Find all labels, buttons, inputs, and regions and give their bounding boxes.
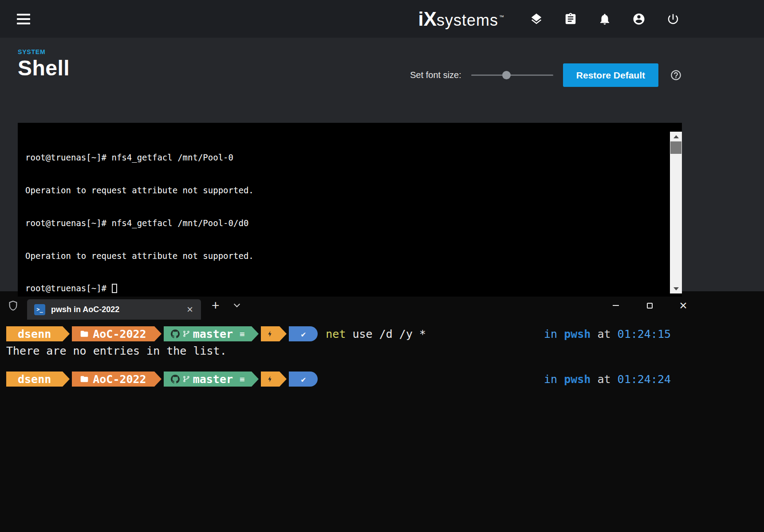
page-header: SYSTEM Shell Set font size: Restore Defa… <box>0 38 764 87</box>
topbar-icons <box>530 12 680 26</box>
meta-at: at <box>597 373 610 386</box>
jobs-clipboard-icon[interactable] <box>564 12 577 26</box>
help-icon[interactable] <box>670 69 682 81</box>
terminal-output: root@truenas[~]# nfs4_getfacl /mnt/Pool-… <box>18 123 682 316</box>
terminal-line: Operation to request attribute not suppo… <box>25 185 664 196</box>
meta-shell: pwsh <box>564 328 591 340</box>
check-icon: ✔ <box>301 375 306 384</box>
scrollbar-up-arrow[interactable] <box>670 132 682 141</box>
check-icon: ✔ <box>301 329 306 339</box>
layers-icon[interactable] <box>530 12 543 26</box>
prompt-git-segment: master ≡ <box>164 372 252 387</box>
powerline-arrow <box>154 326 161 341</box>
prompt-status-segment: ✔ <box>289 372 318 387</box>
prompt-user: dsenn <box>18 328 51 340</box>
truenas-app: iX systems ™ <box>0 0 764 291</box>
prompt-user: dsenn <box>18 373 51 386</box>
folder-icon <box>80 329 89 338</box>
terminal-prompt-line: root@truenas[~]# <box>25 283 664 294</box>
prompt-dir-segment: AoC-2022 <box>72 326 154 341</box>
page-title: Shell <box>18 56 70 80</box>
prompt-row: dsenn AoC-2022 master ≡ ✔ i <box>6 371 671 387</box>
slider-track <box>471 74 553 76</box>
powerline-arrow <box>252 372 259 387</box>
terminal-cursor <box>112 284 117 293</box>
terminal-prompt: root@truenas[~]# <box>25 283 111 293</box>
powerline-arrow <box>154 372 161 387</box>
scrollbar-down-arrow[interactable] <box>670 284 682 293</box>
powerline-arrow <box>63 372 70 387</box>
page-header-left: SYSTEM Shell <box>18 48 70 80</box>
git-branch-icon <box>183 376 190 383</box>
scrollbar-thumb[interactable] <box>670 141 681 154</box>
shell-terminal[interactable]: root@truenas[~]# nfs4_getfacl /mnt/Pool-… <box>18 123 682 297</box>
meta-time: 01:24:24 <box>618 373 671 386</box>
lightning-bolt-icon <box>267 329 274 339</box>
brand-prefix: iX <box>418 8 437 30</box>
git-branch-icon <box>183 330 190 337</box>
prompt-dir: AoC-2022 <box>93 373 146 386</box>
meta-in: in <box>544 328 557 340</box>
menu-button[interactable] <box>17 14 30 24</box>
shield-icon <box>7 300 19 312</box>
truenas-topbar: iX systems ™ <box>0 0 764 38</box>
lightning-bolt-icon <box>267 374 274 384</box>
meta-shell: pwsh <box>564 373 591 386</box>
powerline-arrow <box>63 326 70 341</box>
prompt-meta: in pwsh at 01:24:15 <box>544 328 671 340</box>
prompt-dir: AoC-2022 <box>93 328 146 340</box>
terminal-line: root@truenas[~]# nfs4_getfacl /mnt/Pool-… <box>25 218 664 229</box>
windows-terminal-window: >_ pwsh in AoC-2022 × + × dsenn AoC-2022 <box>0 291 764 532</box>
powerline-arrow <box>252 326 259 341</box>
command-output: There are no entries in the list. <box>6 344 671 359</box>
power-icon[interactable] <box>666 12 680 26</box>
account-icon[interactable] <box>632 12 646 26</box>
terminal-scrollbar[interactable] <box>670 132 682 293</box>
branch-status: ≡ <box>240 374 244 384</box>
prompt-user-segment: dsenn <box>6 326 63 341</box>
slider-thumb[interactable] <box>502 71 511 79</box>
meta-time: 01:24:15 <box>618 328 671 340</box>
restore-default-button[interactable]: Restore Default <box>563 63 658 87</box>
terminal-line: Operation to request attribute not suppo… <box>25 250 664 262</box>
ixsystems-logo: iX systems ™ <box>418 8 504 30</box>
github-octocat-icon <box>171 375 180 383</box>
folder-icon <box>80 375 89 383</box>
prompt-git-segment: master ≡ <box>164 326 252 341</box>
brand-trademark: ™ <box>499 14 504 20</box>
wt-terminal-content[interactable]: dsenn AoC-2022 master ≡ ✔ n <box>0 320 764 532</box>
screen: iX systems ™ <box>0 0 764 532</box>
powerline-arrow <box>280 372 287 387</box>
command-text: net use /d /y * <box>326 328 426 340</box>
prompt-branch: master <box>193 373 233 386</box>
page-header-controls: Set font size: Restore Default <box>410 63 682 87</box>
meta-at: at <box>597 328 610 340</box>
branch-status: ≡ <box>240 329 244 339</box>
command-keyword: net <box>326 328 346 340</box>
prompt-bolt-segment <box>261 372 280 387</box>
notifications-bell-icon[interactable] <box>598 12 611 26</box>
github-octocat-icon <box>171 329 180 338</box>
terminal-line: root@truenas[~]# nfs4_getfacl /mnt/Pool-… <box>25 152 664 163</box>
brand-name: systems <box>437 11 498 30</box>
font-size-slider[interactable] <box>471 70 553 80</box>
prompt-meta: in pwsh at 01:24:24 <box>544 373 671 386</box>
meta-in: in <box>544 373 557 386</box>
prompt-branch: master <box>193 328 233 340</box>
prompt-bolt-segment <box>261 326 280 341</box>
powerline-arrow <box>280 326 287 341</box>
font-size-label: Set font size: <box>410 70 461 80</box>
scrollbar-track[interactable] <box>670 154 682 284</box>
prompt-dir-segment: AoC-2022 <box>72 372 154 387</box>
prompt-row: dsenn AoC-2022 master ≡ ✔ n <box>6 326 671 342</box>
prompt-status-segment: ✔ <box>289 326 318 341</box>
command-args: use /d /y * <box>346 328 426 340</box>
prompt-user-segment: dsenn <box>6 372 63 387</box>
breadcrumb[interactable]: SYSTEM <box>18 48 70 55</box>
